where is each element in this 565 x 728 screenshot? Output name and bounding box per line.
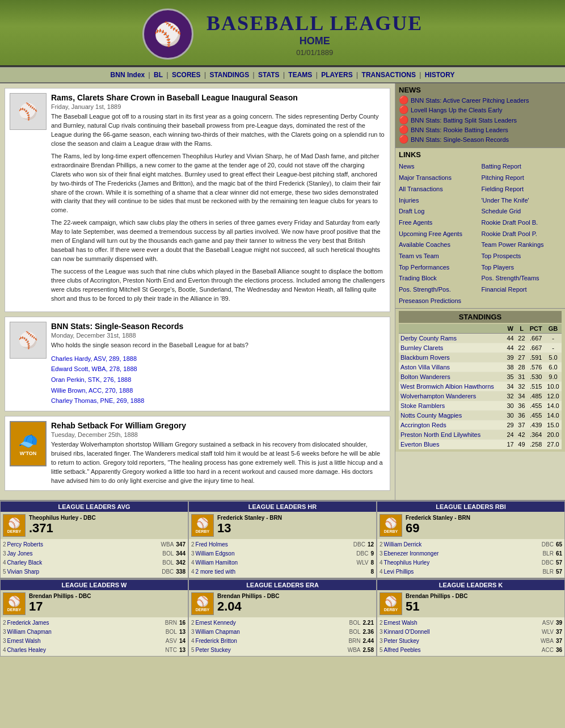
nav-transactions[interactable]: TRANSACTIONS — [362, 71, 416, 79]
news-item-2: 🔴 Lovell Hangs Up the Cleats Early — [399, 106, 562, 114]
standings-pct: .530 — [527, 372, 545, 382]
leader-avatar-era: ⚾ DERBY — [191, 592, 214, 615]
leaders-list-k: 2 Ernest Walsh ASV 39 3 Kinnard O'Donnel… — [377, 617, 564, 656]
article-text-1: The Baseball League got off to a rousing… — [51, 112, 385, 304]
leaders-top-k: ⚾ DERBY Brendan Phillips - DBC 51 — [377, 590, 564, 617]
standings-w: 32 — [505, 392, 516, 401]
standings-section: STANDINGS W L PCT GB Derby County Rams 4… — [395, 308, 565, 452]
links-left-item[interactable]: Major Transactions — [399, 172, 479, 183]
list-item: 4 William Hamilton WLV 8 — [191, 558, 374, 567]
links-left-item[interactable]: Draft Log — [399, 206, 479, 217]
news-link-4[interactable]: BNN Stats: Rookie Batting Leaders — [411, 126, 508, 134]
leader-avatar-k: ⚾ DERBY — [380, 592, 402, 615]
news-link-2[interactable]: Lovell Hangs Up the Cleats Early — [411, 106, 502, 114]
standings-team-name[interactable]: Derby County Rams — [399, 334, 505, 343]
standings-team-name[interactable]: Burnley Clarets — [399, 343, 505, 353]
links-right-item[interactable]: Top Players — [482, 262, 562, 273]
links-right-item[interactable]: Financial Report — [482, 284, 562, 295]
table-row: Bolton Wanderers 35 31 .530 9.0 — [399, 372, 562, 382]
article-para-1-2: The 22-week campaign, which saw clubs pl… — [51, 218, 385, 264]
news-link-3[interactable]: BNN Stats: Batting Split Stats Leaders — [411, 116, 517, 124]
standings-w: 44 — [505, 334, 516, 343]
nav-bnn-index[interactable]: BNN Index — [111, 71, 145, 79]
standings-pct: .439 — [527, 420, 545, 430]
links-right-item[interactable]: Top Prospects — [482, 251, 562, 262]
list-item: 5 Alfred Peebles ACC 36 — [380, 646, 562, 655]
standings-pct: .576 — [527, 363, 545, 372]
links-left-item[interactable]: Available Coaches — [399, 239, 479, 250]
news-link-5[interactable]: BNN Stats: Single-Season Records — [411, 136, 509, 144]
links-right-item[interactable]: Fielding Report — [482, 184, 562, 195]
news-bullet-4: 🔴 — [399, 125, 408, 134]
nav-players[interactable]: PLAYERS — [321, 71, 353, 79]
links-right-item[interactable]: Pitching Report — [482, 172, 562, 183]
standings-w: 44 — [505, 343, 516, 353]
news-section: NEWS 🔴 BNN Stats: Active Career Pitching… — [395, 83, 565, 148]
news-item-3: 🔴 BNN Stats: Batting Split Stats Leaders — [399, 116, 562, 124]
links-left-item[interactable]: Top Performances — [399, 262, 479, 273]
links-left-item[interactable]: Team vs Team — [399, 251, 479, 262]
links-left-item[interactable]: Trading Block — [399, 273, 479, 284]
standings-team-name[interactable]: Bolton Wanderers — [399, 372, 505, 382]
links-right-item[interactable]: Rookie Draft Pool P. — [482, 229, 562, 239]
nav-history[interactable]: HISTORY — [425, 71, 455, 79]
leaders-list-hr: 2 Fred Holmes DBC 12 3 William Edgson DB… — [189, 539, 376, 578]
left-column: ⚾ Rams, Clarets Share Crown in Baseball … — [0, 83, 395, 500]
standings-team-name[interactable]: West Bromwich Albion Hawthorns — [399, 382, 505, 392]
standings-team-name[interactable]: Everton Blues — [399, 440, 505, 449]
article-intro-2: Who holds the single season record in th… — [51, 341, 385, 350]
standings-team-name[interactable]: Stoke Ramblers — [399, 401, 505, 411]
links-right-item[interactable]: Pos. Strength/Teams — [482, 273, 562, 284]
nav-stats[interactable]: STATS — [258, 71, 280, 79]
standings-team-name[interactable]: Preston North End Lilywhites — [399, 430, 505, 440]
nav-bl[interactable]: BL — [154, 71, 163, 79]
links-right-item[interactable]: Rookie Draft Pool B. — [482, 217, 562, 228]
stats-list-item: Edward Scott, WBA, 278, 1888 — [51, 364, 385, 374]
leaders-box-era: LEAGUE LEADERS ERA ⚾ DERBY Brendan Phill… — [188, 579, 377, 657]
nav-scores[interactable]: SCORES — [172, 71, 201, 79]
nav-teams[interactable]: TEAMS — [288, 71, 312, 79]
leader-value-w: 17 — [29, 599, 91, 614]
standings-gb: - — [545, 343, 562, 353]
standings-team-name[interactable]: Notts County Magpies — [399, 411, 505, 420]
standings-team-name[interactable]: Blackburn Rovers — [399, 353, 505, 363]
standings-team-name[interactable]: Wolverhampton Wanderers — [399, 392, 505, 401]
standings-team-name[interactable]: Accrington Reds — [399, 420, 505, 430]
standings-l: 22 — [516, 343, 528, 353]
links-right-item[interactable]: Team Power Rankings — [482, 239, 562, 250]
leader-value-hr: 13 — [217, 521, 282, 536]
links-left-item[interactable]: Injuries — [399, 195, 479, 206]
leaders-top-hr: ⚾ DERBY Frederick Stanley - BRN 13 — [189, 512, 376, 539]
article-inaugural: ⚾ Rams, Clarets Share Crown in Baseball … — [5, 88, 390, 312]
site-logo — [142, 9, 193, 60]
links-right-item[interactable]: Batting Report — [482, 161, 562, 172]
links-left-item[interactable]: Upcoming Free Agents — [399, 229, 479, 239]
list-item: 3 William Chapman BOL 2.36 — [191, 628, 374, 637]
header-text: BASEBALL LEAGUE HOME 01/01/1889 — [206, 11, 423, 57]
standings-pct: .515 — [527, 382, 545, 392]
stats-list-item: Charley Thomas, PNE, 269, 1888 — [51, 395, 385, 406]
links-left-item[interactable]: All Transactions — [399, 184, 479, 195]
leader-name-era: Brendan Phillips - DBC — [217, 593, 279, 599]
links-right-item[interactable]: 'Under The Knife' — [482, 195, 562, 206]
leaders-row-2: LEAGUE LEADERS W ⚾ DERBY Brendan Phillip… — [0, 578, 565, 657]
standings-w: 38 — [505, 363, 516, 372]
article-para-1-1: The Rams, led by long-time expert offenc… — [51, 152, 385, 216]
links-left-item[interactable]: Preseason Predictions — [399, 296, 479, 306]
standings-l: 28 — [516, 363, 528, 372]
list-item: 3 William Chapman BOL 13 — [3, 628, 185, 637]
links-left-item[interactable]: Pos. Strength/Pos. — [399, 284, 479, 295]
article-date-3: Tuesday, December 25th, 1888 — [51, 431, 385, 438]
standings-w: 35 — [505, 372, 516, 382]
standings-table: W L PCT GB Derby County Rams 44 22 .667 … — [399, 324, 562, 449]
standings-gb: 14.0 — [545, 401, 562, 411]
links-grid: NewsBatting ReportMajor TransactionsPitc… — [399, 161, 562, 306]
news-link-1[interactable]: BNN Stats: Active Career Pitching Leader… — [411, 96, 529, 104]
links-left-item[interactable]: Free Agents — [399, 217, 479, 228]
nav-standings[interactable]: STANDINGS — [209, 71, 249, 79]
links-right-item[interactable]: Schedule Grid — [482, 206, 562, 217]
table-row: Accrington Reds 29 37 .439 15.0 — [399, 420, 562, 430]
links-left-item[interactable]: News — [399, 161, 479, 172]
standings-l: 27 — [516, 353, 528, 363]
standings-team-name[interactable]: Aston Villa Villans — [399, 363, 505, 372]
